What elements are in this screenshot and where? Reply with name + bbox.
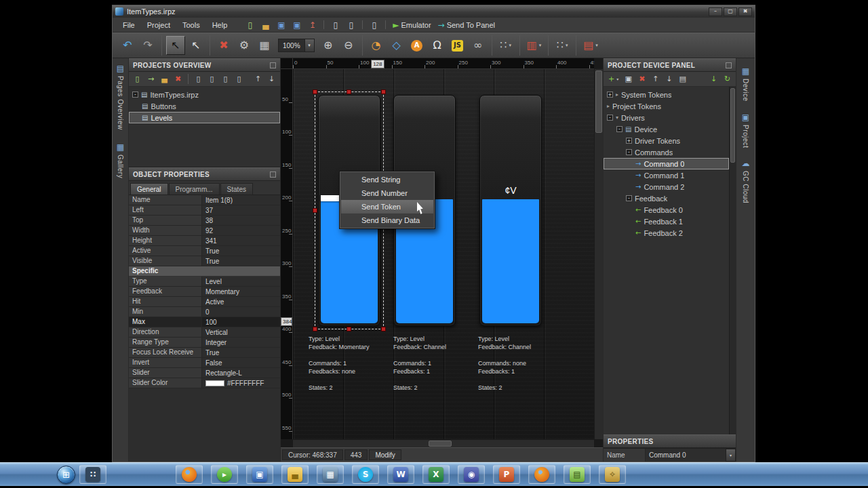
tree-item-driver-tokens[interactable]: +Driver Tokens [604, 135, 729, 146]
keys-icon[interactable]: ✧ [599, 465, 626, 484]
titlebar[interactable]: ItemTypes.irpz – ▢ ✖ [113, 5, 755, 18]
download-icon[interactable]: ↓ [707, 73, 720, 85]
view-menu-icon[interactable]: ▤▾ [580, 36, 601, 55]
maximize-button[interactable]: ▢ [724, 7, 737, 16]
property-value[interactable]: 37 [202, 205, 280, 215]
selection-handle-s[interactable] [347, 327, 351, 331]
property-value[interactable]: Integer [202, 338, 280, 347]
refresh-icon[interactable]: ↻ [721, 73, 734, 85]
virtual-keyboard-icon[interactable]: ▤ [676, 73, 689, 85]
device-property-value[interactable]: Command 0 [646, 449, 726, 462]
horizontal-scrollbar-thumb[interactable] [429, 441, 452, 447]
export-file-icon[interactable]: ▯ [344, 18, 358, 31]
word-icon[interactable]: W [387, 465, 414, 484]
property-value[interactable]: True [202, 246, 280, 256]
chevron-down-icon[interactable]: ▾ [304, 39, 314, 52]
tab-gc-cloud[interactable]: ☁ GC Cloud [742, 159, 750, 203]
excel-icon[interactable]: X [422, 465, 450, 484]
save-tool-icon[interactable]: ▣ [246, 465, 273, 484]
selection-handle-w[interactable] [313, 208, 317, 213]
tree-item-feedback-0[interactable]: ←Feedback 0 [604, 204, 729, 216]
property-row-active[interactable]: ActiveTrue [129, 246, 280, 256]
property-value[interactable]: Rectangle-L [202, 368, 280, 378]
tree-item-feedback-2[interactable]: ←Feedback 2 [604, 227, 729, 239]
property-value[interactable]: 92 [202, 226, 280, 235]
menu-help[interactable]: Help [206, 20, 234, 30]
property-row-hit[interactable]: HitActive [129, 297, 280, 307]
tree-item-commands[interactable]: -Commands [604, 146, 729, 158]
property-value[interactable]: 100 [202, 317, 280, 327]
media-phone-icon[interactable]: ▸ [211, 465, 238, 484]
panel-menu-icon[interactable] [270, 62, 276, 68]
selection-handle-ne[interactable] [381, 89, 386, 94]
link-icon[interactable]: ∞ [469, 36, 488, 55]
open-project-icon[interactable]: ▄ [258, 18, 273, 31]
settings-gears-icon[interactable]: ⚙ [235, 36, 254, 55]
property-row-min[interactable]: Min0 [129, 307, 280, 317]
script-js-icon[interactable]: JS [448, 36, 467, 55]
level-widget-3[interactable]: ¢V [479, 95, 542, 326]
export-page-icon[interactable]: ▯ [233, 73, 245, 85]
tree-expander-icon[interactable]: - [626, 195, 632, 201]
property-value[interactable]: 341 [202, 236, 280, 245]
property-value[interactable]: True [202, 348, 280, 357]
tree-item-levels[interactable]: ▤Levels [129, 112, 280, 123]
property-value[interactable]: Active [202, 297, 280, 306]
tab-project[interactable]: ▣ Project [742, 113, 749, 148]
onenote-icon[interactable]: ▤ [564, 465, 591, 484]
device-properties-row[interactable]: Name Command 0 ▾ [604, 448, 736, 462]
import-file-icon[interactable]: ▯ [328, 18, 342, 31]
app-grid-icon[interactable]: ∷ [79, 465, 106, 484]
grid-toggle-icon[interactable]: ▦ [255, 36, 274, 55]
timer-icon[interactable]: ◔ [367, 36, 386, 55]
select-tool-icon[interactable]: ↖ [166, 36, 185, 55]
move-down-icon[interactable]: ↓ [265, 73, 278, 85]
tab-device[interactable]: ▦ Device [742, 66, 749, 102]
duplicate-page-icon[interactable]: ▯ [219, 73, 232, 85]
design-canvas[interactable]: Send StringSend NumberSend TokenSend Bin… [293, 69, 594, 439]
context-menu-item-send-number[interactable]: Send Number [341, 186, 433, 200]
redo-icon[interactable]: ↷ [138, 36, 157, 55]
panel-menu-icon[interactable] [726, 62, 732, 68]
device-property-expand-button[interactable]: ▾ [726, 449, 736, 462]
move-up-icon[interactable]: ↑ [252, 73, 264, 85]
vertical-scrollbar-thumb[interactable] [595, 70, 602, 133]
menu-project[interactable]: Project [141, 20, 176, 30]
device-tree-scrollbar-thumb[interactable] [730, 88, 735, 163]
selection-handle-nw[interactable] [313, 89, 317, 94]
delete-item-icon[interactable]: ✖ [214, 36, 233, 55]
property-row-slider[interactable]: SliderRectangle-L [129, 368, 280, 378]
browser-icon[interactable] [528, 465, 555, 484]
undo-icon[interactable]: ↶ [118, 36, 137, 55]
property-row-slider-color[interactable]: Slider Color#FFFFFFFF [129, 378, 280, 388]
tree-expander-icon[interactable]: - [616, 126, 623, 132]
delete-page-icon[interactable]: ✖ [172, 73, 184, 85]
property-row-direction[interactable]: DirectionVertical [129, 327, 280, 338]
add-page-icon[interactable]: ▯ [131, 73, 144, 85]
property-value[interactable]: 0 [202, 307, 280, 317]
tab-general[interactable]: General [130, 183, 168, 195]
zoom-out-icon[interactable]: ⊖ [339, 36, 358, 55]
property-row-width[interactable]: Width92 [129, 226, 280, 236]
save-all-icon[interactable]: ▣ [290, 18, 304, 31]
property-row-max[interactable]: Max100 [129, 317, 280, 327]
tree-item-feedback-1[interactable]: ←Feedback 1 [604, 216, 729, 227]
tree-item-system-tokens[interactable]: +▸System Tokens [604, 89, 729, 100]
vertical-scrollbar[interactable] [594, 69, 603, 439]
send-to-panel-button[interactable]: →Send To Panel [435, 18, 498, 31]
property-value[interactable]: True [202, 256, 280, 266]
property-row-height[interactable]: Height341 [129, 236, 280, 246]
context-menu-item-send-binary-data[interactable]: Send Binary Data [341, 214, 433, 227]
levels-menu-icon[interactable]: ▥▾ [524, 36, 545, 55]
copy-page-icon[interactable]: ▯ [192, 73, 205, 85]
tree-item-command-0[interactable]: →Command 0 [604, 158, 729, 169]
property-row-top[interactable]: Top38 [129, 216, 280, 226]
property-row-type[interactable]: TypeLevel [129, 277, 280, 287]
start-button[interactable]: ⊞ [57, 466, 75, 484]
property-value[interactable]: Item 1(8) [202, 195, 280, 205]
tree-item-itemtypes-irpz[interactable]: -▤ItemTypes.irpz [129, 89, 280, 100]
tree-expander-icon[interactable]: - [626, 149, 632, 155]
zoom-in-icon[interactable]: ⊕ [319, 36, 338, 55]
upload-project-icon[interactable]: ↥ [305, 18, 319, 31]
tree-item-feedback[interactable]: -Feedback [604, 192, 729, 204]
